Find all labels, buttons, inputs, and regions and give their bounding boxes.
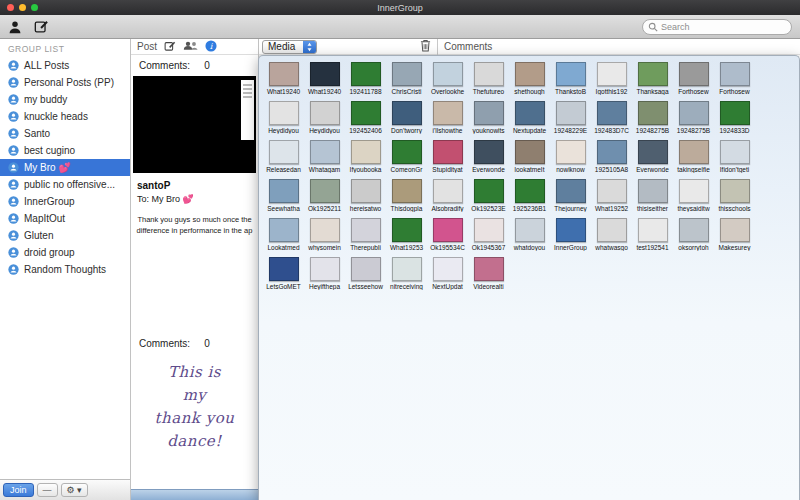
sidebar-item-public-no-offensive[interactable]: public no offensive...	[0, 176, 130, 193]
media-item[interactable]: InnerGroup	[550, 218, 591, 257]
sidebar-item-my-bro[interactable]: My Bro 💕	[0, 159, 130, 176]
media-item[interactable]: nowiknow	[550, 140, 591, 179]
members-icon[interactable]	[183, 40, 198, 53]
media-item[interactable]: What19240	[304, 62, 345, 101]
media-item[interactable]: Stupidityat	[427, 140, 468, 179]
search-input[interactable]	[661, 22, 786, 32]
media-item[interactable]: whatdoyou	[509, 218, 550, 257]
media-item[interactable]: Forthosew	[673, 62, 714, 101]
sidebar-item-best-cugino[interactable]: best cugino	[0, 142, 130, 159]
media-item[interactable]: Igotthis192	[591, 62, 632, 101]
media-item[interactable]: What19252	[591, 179, 632, 218]
sidebar-item-knuckle-heads[interactable]: knuckle heads	[0, 108, 130, 125]
media-item[interactable]: Ok1945367	[468, 218, 509, 257]
media-item[interactable]: hereisatwo	[345, 179, 386, 218]
media-item[interactable]: 192452406	[345, 101, 386, 140]
media-item[interactable]: lookatmeIt	[509, 140, 550, 179]
media-item[interactable]: nitreceiving	[386, 257, 427, 296]
minimize-button[interactable]	[19, 4, 26, 11]
sidebar-item-gluten[interactable]: Gluten	[0, 227, 130, 244]
media-item[interactable]: 19248275B	[632, 101, 673, 140]
media-item[interactable]: What19240	[263, 62, 304, 101]
comments-count-row: Comments: 0	[131, 55, 258, 75]
media-item[interactable]: takingselfie	[673, 140, 714, 179]
sidebar-item-droid-group[interactable]: droid group	[0, 244, 130, 261]
media-item[interactable]: 19248229E	[550, 101, 591, 140]
media-item[interactable]: Seewhatha	[263, 179, 304, 218]
media-item[interactable]: 1924833D	[714, 101, 755, 140]
media-item[interactable]: What19253	[386, 218, 427, 257]
compose-icon[interactable]	[34, 19, 49, 34]
post-media-placeholder[interactable]	[133, 76, 256, 173]
media-item[interactable]: 1925236B1	[509, 179, 550, 218]
sidebar-item-mapitout[interactable]: MapItOut	[0, 210, 130, 227]
sidebar-item-santo[interactable]: Santo	[0, 125, 130, 142]
media-item[interactable]: 1925105A8	[591, 140, 632, 179]
media-item[interactable]: thisiseither	[632, 179, 673, 218]
media-item[interactable]: Ifyoubooka	[345, 140, 386, 179]
media-item[interactable]: ThankstoB	[550, 62, 591, 101]
media-item[interactable]: Therepubli	[345, 218, 386, 257]
media-item[interactable]: Whatagam	[304, 140, 345, 179]
media-item[interactable]: test192541	[632, 218, 673, 257]
media-item[interactable]: Thefutureo	[468, 62, 509, 101]
media-item[interactable]: 192483D7C	[591, 101, 632, 140]
remove-group-button[interactable]: —	[37, 483, 58, 497]
media-item[interactable]: Ifidon'tgeti	[714, 140, 755, 179]
media-item[interactable]: Lookatmed	[263, 218, 304, 257]
media-item[interactable]: Ok192523E	[468, 179, 509, 218]
sidebar-item-random-thoughts[interactable]: Random Thoughts	[0, 261, 130, 278]
trash-icon[interactable]	[420, 38, 431, 56]
media-item[interactable]: Thejourney	[550, 179, 591, 218]
media-thumbnail	[474, 62, 504, 86]
zoom-button[interactable]	[31, 4, 38, 11]
info-icon[interactable]: i	[205, 40, 217, 54]
media-item[interactable]: shethough	[509, 62, 550, 101]
media-item[interactable]: Heydidyou	[263, 101, 304, 140]
media-item[interactable]: Heyifthepa	[304, 257, 345, 296]
media-item[interactable]: oksorrytoh	[673, 218, 714, 257]
media-item[interactable]: ChrisCristi	[386, 62, 427, 101]
media-item[interactable]: 19248275B	[673, 101, 714, 140]
media-item[interactable]: Thisdogpla	[386, 179, 427, 218]
close-button[interactable]	[7, 4, 14, 11]
media-dropdown[interactable]: Media	[262, 40, 317, 54]
media-item[interactable]: Makesurey	[714, 218, 755, 257]
media-thumbnail	[515, 179, 545, 203]
media-item[interactable]: Letsseehow	[345, 257, 386, 296]
media-item[interactable]: NextUpdat	[427, 257, 468, 296]
media-item[interactable]: Ok195534C	[427, 218, 468, 257]
new-post-icon[interactable]	[164, 40, 176, 54]
media-item[interactable]: Alsobradify	[427, 179, 468, 218]
sidebar-item-all-posts[interactable]: ALL Posts	[0, 57, 130, 74]
media-item[interactable]: Videorealti	[468, 257, 509, 296]
media-item[interactable]: youknowits	[468, 101, 509, 140]
media-item[interactable]: Don'tworry	[386, 101, 427, 140]
gear-menu-button[interactable]: ⚙ ▾	[61, 483, 88, 497]
media-item[interactable]: Everwonde	[632, 140, 673, 179]
media-item[interactable]: whysomein	[304, 218, 345, 257]
media-item[interactable]: Overlookhe	[427, 62, 468, 101]
media-item[interactable]: Heydidyou	[304, 101, 345, 140]
sidebar-item-personal-posts-pp[interactable]: Personal Posts (PP)	[0, 74, 130, 91]
profile-icon[interactable]	[8, 20, 22, 34]
media-item[interactable]: Forthosew	[714, 62, 755, 101]
media-item[interactable]: i'llshowthe	[427, 101, 468, 140]
media-item[interactable]: ComeonGr	[386, 140, 427, 179]
search-field[interactable]	[642, 19, 792, 35]
sidebar-item-my-buddy[interactable]: my buddy	[0, 91, 130, 108]
media-item[interactable]: Releasedan	[263, 140, 304, 179]
media-item[interactable]: Nextupdate	[509, 101, 550, 140]
media-item[interactable]: theysaiditw	[673, 179, 714, 218]
media-item[interactable]: thisschools	[714, 179, 755, 218]
media-item[interactable]: LetsGoMET	[263, 257, 304, 296]
post-column-scrollbar[interactable]	[131, 489, 258, 500]
media-item[interactable]: whatwasgo	[591, 218, 632, 257]
media-item[interactable]: Everwonde	[468, 140, 509, 179]
media-item[interactable]: Ok1925211	[304, 179, 345, 218]
join-button[interactable]: Join	[3, 483, 34, 497]
media-label: thisschools	[714, 205, 755, 212]
media-item[interactable]: 192411788	[345, 62, 386, 101]
sidebar-item-innergroup[interactable]: InnerGroup	[0, 193, 130, 210]
media-item[interactable]: Thanksaga	[632, 62, 673, 101]
